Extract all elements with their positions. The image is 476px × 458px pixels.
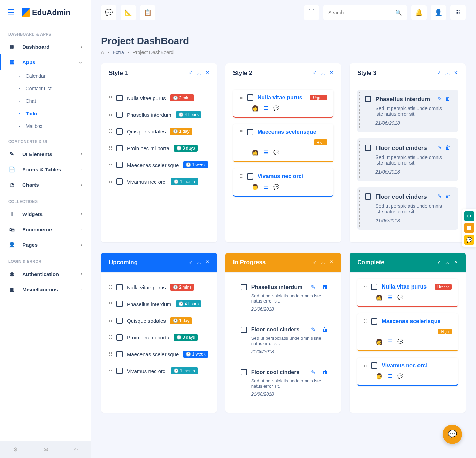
tool-chat-icon[interactable]: 💬	[464, 235, 474, 245]
checkbox[interactable]	[371, 362, 377, 369]
delete-icon[interactable]: 🗑	[322, 284, 328, 290]
checkbox[interactable]	[371, 318, 377, 325]
sub-calendar[interactable]: ●Calendar	[10, 70, 91, 82]
search-icon[interactable]: 🔍	[395, 9, 402, 16]
delete-icon[interactable]: 🗑	[322, 327, 328, 333]
drag-icon[interactable]: ⠿	[109, 368, 112, 374]
expand-icon[interactable]: ⤢	[189, 70, 193, 76]
menu-toggle-icon[interactable]: ☰	[7, 8, 15, 17]
edit-icon[interactable]: ✎	[311, 369, 315, 375]
tool-settings-icon[interactable]: ⚙	[464, 211, 474, 221]
delete-icon[interactable]: 🗑	[322, 369, 328, 375]
collapse-icon[interactable]: ︿	[197, 70, 201, 76]
fullscreen-icon[interactable]: ⛶	[304, 5, 319, 20]
checkbox[interactable]	[241, 369, 247, 375]
list-icon[interactable]: ☰	[264, 184, 268, 190]
nav-pages[interactable]: 👤Pages›	[0, 237, 91, 252]
drag-icon[interactable]: ⠿	[363, 363, 367, 368]
nav-auth[interactable]: ◉Authentication›	[0, 266, 91, 282]
drag-icon[interactable]: ⠿	[109, 112, 112, 117]
nav-ecommerce[interactable]: 🛍Ecommerce›	[0, 222, 91, 237]
edit-icon[interactable]: ✎	[311, 326, 315, 333]
nav-misc[interactable]: ▣Miscellaneous›	[0, 282, 91, 297]
close-icon[interactable]: ✕	[206, 259, 209, 266]
sub-chat[interactable]: ●Chat	[10, 95, 91, 107]
expand-icon[interactable]: ⤢	[189, 259, 193, 266]
chat-dots-icon[interactable]: 💬	[101, 5, 116, 20]
expand-icon[interactable]: ⤢	[313, 259, 317, 266]
mail-icon[interactable]: ✉	[44, 446, 48, 453]
checkbox[interactable]	[116, 178, 123, 185]
expand-icon[interactable]: ⤢	[313, 70, 317, 76]
close-icon[interactable]: ✕	[454, 70, 458, 76]
delete-icon[interactable]: 🗑	[445, 193, 450, 199]
checkbox[interactable]	[116, 112, 123, 118]
list-icon[interactable]: ☰	[264, 105, 268, 111]
search-box[interactable]: 🔍	[323, 5, 407, 20]
drag-icon[interactable]: ⠿	[109, 162, 112, 168]
drag-icon[interactable]: ⠿	[109, 95, 112, 101]
edit-icon[interactable]: ✎	[311, 284, 315, 290]
checkbox[interactable]	[371, 284, 377, 290]
checkbox[interactable]	[116, 318, 123, 324]
nav-widgets[interactable]: ⫴Widgets›	[0, 206, 91, 222]
gear-icon[interactable]: ⚙	[13, 446, 18, 453]
close-icon[interactable]: ✕	[454, 259, 458, 266]
list-icon[interactable]: ☰	[388, 339, 392, 344]
checkbox[interactable]	[365, 193, 371, 200]
checkbox[interactable]	[247, 129, 253, 135]
collapse-icon[interactable]: ︿	[321, 259, 325, 266]
drag-icon[interactable]: ⠿	[109, 351, 112, 357]
apps-grid-icon[interactable]: ⠿	[450, 5, 466, 20]
tool-image-icon[interactable]: 🖼	[464, 223, 474, 233]
expand-icon[interactable]: ⤢	[437, 70, 441, 76]
collapse-icon[interactable]: ︿	[445, 70, 450, 76]
nav-apps[interactable]: ▦Apps⌄	[0, 54, 91, 70]
list-icon[interactable]: ☰	[264, 150, 268, 155]
bell-icon[interactable]: 🔔	[411, 5, 427, 20]
drag-icon[interactable]: ⠿	[109, 284, 112, 290]
clipboard-icon[interactable]: 📋	[140, 5, 155, 20]
checkbox[interactable]	[116, 301, 123, 307]
nav-dashboard[interactable]: ▦Dashboard›	[0, 39, 91, 54]
user-icon[interactable]: 👤	[431, 5, 446, 20]
drag-icon[interactable]: ⠿	[363, 319, 367, 324]
close-icon[interactable]: ✕	[330, 259, 333, 266]
edit-icon[interactable]: ✎	[438, 193, 442, 199]
checkbox[interactable]	[241, 327, 247, 333]
drag-icon[interactable]: ⠿	[109, 129, 112, 134]
ruler-icon[interactable]: 📐	[121, 5, 136, 20]
comment-icon[interactable]: 💬	[273, 150, 279, 155]
checkbox[interactable]	[116, 284, 123, 290]
checkbox[interactable]	[116, 162, 123, 168]
comment-icon[interactable]: 💬	[397, 339, 403, 344]
drag-icon[interactable]: ⠿	[109, 179, 112, 184]
nav-ui[interactable]: ✎UI Elements›	[0, 146, 91, 162]
checkbox[interactable]	[116, 351, 123, 357]
comment-icon[interactable]: 💬	[397, 373, 403, 379]
checkbox[interactable]	[365, 145, 371, 151]
close-icon[interactable]: ✕	[330, 70, 333, 76]
drag-icon[interactable]: ⠿	[239, 174, 243, 179]
checkbox[interactable]	[247, 94, 253, 101]
delete-icon[interactable]: 🗑	[445, 96, 450, 101]
collapse-icon[interactable]: ︿	[197, 259, 201, 266]
checkbox[interactable]	[116, 145, 123, 151]
checkbox[interactable]	[116, 368, 123, 374]
drag-icon[interactable]: ⠿	[109, 301, 112, 307]
checkbox[interactable]	[116, 95, 123, 101]
expand-icon[interactable]: ⤢	[437, 259, 441, 266]
collapse-icon[interactable]: ︿	[445, 259, 450, 266]
sub-mailbox[interactable]: ●Mailbox	[10, 120, 91, 132]
drag-icon[interactable]: ⠿	[239, 95, 243, 100]
sub-contact[interactable]: ●Contact List	[10, 82, 91, 95]
brand-logo[interactable]: EduAdmin	[22, 8, 70, 17]
edit-icon[interactable]: ✎	[438, 96, 442, 101]
nav-forms[interactable]: 📄Forms & Tables›	[0, 162, 91, 177]
delete-icon[interactable]: 🗑	[445, 145, 450, 150]
comment-icon[interactable]: 💬	[273, 184, 279, 190]
checkbox[interactable]	[116, 334, 123, 341]
edit-icon[interactable]: ✎	[438, 145, 442, 150]
home-icon[interactable]: ⌂	[101, 49, 104, 55]
drag-icon[interactable]: ⠿	[109, 318, 112, 323]
